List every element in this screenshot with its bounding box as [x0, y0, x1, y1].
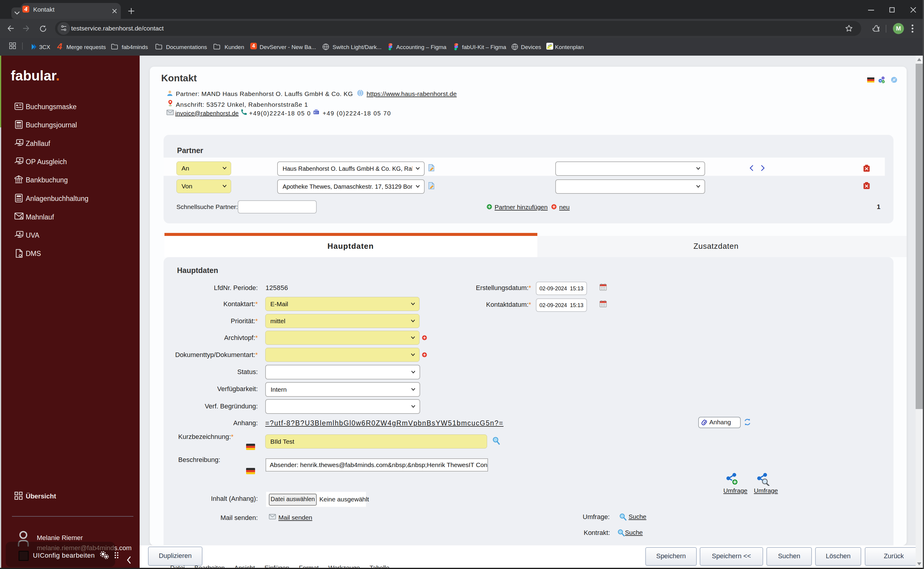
svg-text:$: $ — [18, 175, 20, 179]
